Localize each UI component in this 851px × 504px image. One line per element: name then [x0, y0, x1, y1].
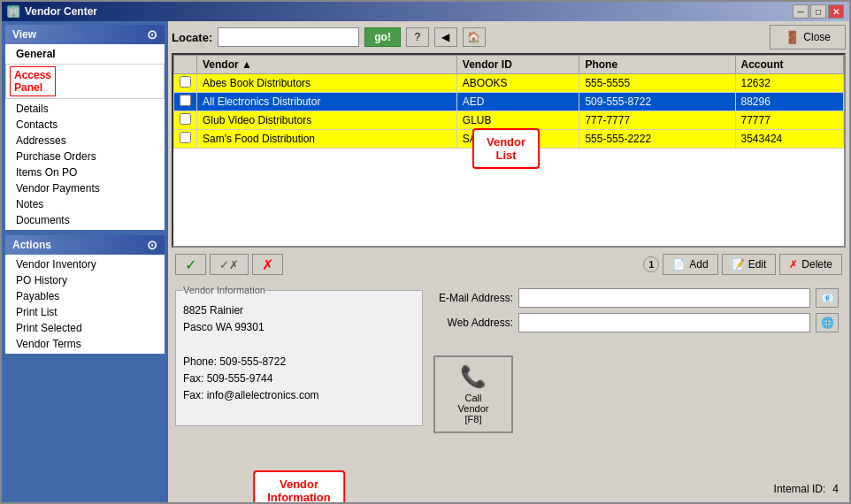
sidebar-item-print-list[interactable]: Print List [5, 304, 165, 320]
row-checkbox[interactable] [180, 95, 191, 106]
sidebar-item-addresses[interactable]: Addresses [5, 133, 165, 149]
vendor-account: 88296 [735, 93, 843, 111]
vendor-phone: 777-7777 [579, 111, 735, 130]
vendor-id: AED [456, 93, 579, 111]
vendor-name: Abes Book Distributors [197, 74, 457, 93]
counter-badge: 1 [643, 256, 659, 272]
call-vendor-button[interactable]: 📞 CallVendor[F8] [433, 355, 513, 433]
vendor-info-legend: Vendor Information [183, 285, 265, 295]
col-phone: Phone [579, 56, 735, 74]
toolbar: Locate: go! ? ◀ 🏠 [172, 27, 486, 47]
go-button[interactable]: go! [364, 27, 401, 47]
x-button[interactable]: ✗ [252, 254, 283, 275]
sidebar-item-vendor-terms[interactable]: Vendor Terms [5, 336, 165, 352]
sidebar-item-documents[interactable]: Documents [5, 212, 165, 228]
email-button[interactable]: 📧 [816, 288, 839, 308]
call-vendor-label: CallVendor[F8] [458, 393, 489, 424]
internal-id-label: Internal ID: [774, 483, 826, 495]
add-button[interactable]: 📄 Add [663, 254, 717, 275]
window-title: Vendor Center [25, 5, 97, 18]
row-checkbox[interactable] [180, 113, 191, 125]
vendor-id: GLUB [456, 111, 579, 130]
view-items: General AccessPanel Details Contacts Add… [5, 44, 165, 230]
web-input[interactable] [518, 313, 810, 332]
refresh-button[interactable]: 🏠 [463, 27, 486, 47]
close-button[interactable]: 🚪 Close [770, 25, 846, 50]
locate-input[interactable] [218, 27, 359, 47]
close-icon: 🚪 [785, 30, 800, 44]
sidebar-item-print-selected[interactable]: Print Selected [5, 320, 165, 336]
sidebar-item-payables[interactable]: Payables [5, 288, 165, 304]
vendor-name: All Electronics Distributor [197, 93, 457, 111]
web-row: Web Address: 🌐 [433, 313, 839, 332]
app-icon: 🏢 [7, 5, 19, 18]
vendor-name: Glub Video Distributors [197, 111, 457, 130]
window-close-button[interactable]: ✕ [828, 4, 844, 19]
web-button[interactable]: 🌐 [816, 313, 839, 332]
vendor-id: ABOOKS [456, 74, 579, 93]
sidebar-item-details[interactable]: Details [5, 101, 165, 117]
table-row[interactable]: Sam's Food Distribution SAMS 555-555-222… [174, 130, 844, 149]
locate-label: Locate: [172, 31, 212, 44]
table-row[interactable]: All Electronics Distributor AED 509-555-… [174, 93, 844, 111]
vendor-center-window: 🏢 Vendor Center ─ □ ✕ View ⊙ General A [0, 0, 851, 504]
sidebar-item-items-on-po[interactable]: Items On PO [5, 164, 165, 180]
col-checkbox [174, 56, 197, 74]
view-collapse-icon: ⊙ [147, 27, 157, 42]
vendor-right-panel: E-Mail Address: 📧 Web Address: 🌐 [430, 285, 842, 476]
minimize-button[interactable]: ─ [793, 4, 809, 19]
actions-section-header[interactable]: Actions ⊙ [5, 235, 165, 255]
vendor-account: 12632 [735, 74, 843, 93]
actions-collapse-icon: ⊙ [147, 238, 157, 252]
checkmark-button[interactable]: ✓ [175, 254, 206, 275]
vendor-phone: 509-555-8722 [579, 93, 735, 111]
vendor-phone: 555-5555 [579, 74, 735, 93]
edit-icon: 📝 [732, 258, 745, 271]
email-row: E-Mail Address: 📧 [433, 288, 839, 308]
help-button[interactable]: ? [406, 27, 429, 47]
sidebar: View ⊙ General AccessPanel Details Conta… [2, 21, 168, 502]
table-row[interactable]: Abes Book Distributors ABOOKS 555-5555 1… [174, 74, 844, 93]
vendor-info-text: 8825 Rainier Pasco WA 99301 Phone: 509-5… [183, 302, 415, 404]
sidebar-item-vendor-inventory[interactable]: Vendor Inventory [5, 256, 165, 272]
table-footer: ✓ ✓✗ ✗ 1 📄 Add 📝 Edit [172, 251, 846, 278]
vendor-name: Sam's Food Distribution [197, 130, 457, 149]
web-label: Web Address: [433, 317, 513, 329]
vendor-table: Vendor ▲ Vendor ID Phone Account Abes Bo… [173, 55, 844, 149]
email-label: E-Mail Address: [433, 292, 513, 304]
table-row[interactable]: Glub Video Distributors GLUB 777-7777 77… [174, 111, 844, 130]
delete-button[interactable]: ✗ Delete [779, 254, 842, 275]
sidebar-item-purchase-orders[interactable]: Purchase Orders [5, 149, 165, 164]
col-vendor-id: Vendor ID [456, 56, 579, 74]
phone-icon: 📞 [460, 364, 487, 389]
sidebar-item-vendor-payments[interactable]: Vendor Payments [5, 180, 165, 196]
vendor-account: 3543424 [735, 130, 843, 149]
back-button[interactable]: ◀ [434, 27, 457, 47]
actions-items: Vendor Inventory PO History Payables Pri… [5, 255, 165, 354]
access-panel-callout: AccessPanel [10, 66, 56, 96]
edit-button[interactable]: 📝 Edit [722, 254, 777, 275]
col-account: Account [735, 56, 843, 74]
actions-section: Actions ⊙ Vendor Inventory PO History Pa… [5, 235, 165, 354]
sidebar-item-contacts[interactable]: Contacts [5, 117, 165, 133]
vendor-account: 77777 [735, 111, 843, 130]
sidebar-item-notes[interactable]: Notes [5, 196, 165, 212]
sidebar-item-po-history[interactable]: PO History [5, 272, 165, 288]
check-x-button[interactable]: ✓✗ [210, 254, 249, 275]
view-section-header[interactable]: View ⊙ [5, 25, 165, 44]
col-vendor: Vendor ▲ [197, 56, 457, 74]
vendor-info-container: Vendor Information 8825 Rainier Pasco WA… [175, 285, 423, 476]
sidebar-item-general[interactable]: General [5, 46, 165, 62]
maximize-button[interactable]: □ [810, 4, 826, 19]
access-panel-area: AccessPanel [5, 64, 165, 99]
row-checkbox[interactable] [180, 76, 191, 88]
row-checkbox[interactable] [180, 132, 191, 143]
add-icon: 📄 [672, 258, 686, 271]
view-section: View ⊙ General AccessPanel Details Conta… [5, 25, 165, 230]
internal-id-row: Internal ID: 4 [172, 479, 846, 499]
main-content: Locate: go! ? ◀ 🏠 🚪 Close [168, 21, 849, 502]
email-input[interactable] [518, 288, 810, 308]
vendor-phone: 555-555-2222 [579, 130, 735, 149]
internal-id-value: 4 [832, 483, 839, 495]
delete-icon: ✗ [789, 258, 798, 271]
